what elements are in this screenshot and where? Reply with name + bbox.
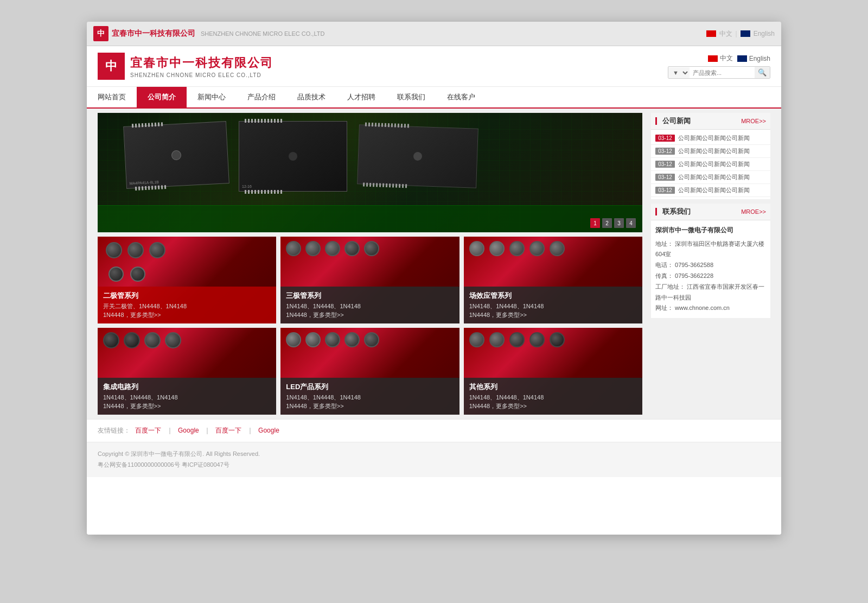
lang-cn-label: 中文: [720, 54, 733, 63]
product-title-diode: 二极管系列: [103, 291, 271, 301]
main-inner: MA4PA41A-8L1B 12-16: [98, 109, 770, 419]
product-overlay-fet: 场效应管系列 1N4148、1N4448、1N41481N4448，更多类型>>: [464, 287, 642, 323]
nav-recruit[interactable]: 人才招聘: [336, 87, 386, 107]
chip-3-pins-bottom: [363, 183, 407, 188]
product-card-other[interactable]: 其他系列 1N4148、1N4448、1N41481N4448，更多类型>>: [464, 328, 642, 415]
nav-contact[interactable]: 联系我们: [386, 87, 436, 107]
product-overlay-led: LED产品系列 1N4148、1N4448、1N41481N4448，更多类型>…: [280, 378, 459, 415]
news-date-2: 03-12: [655, 148, 675, 155]
link-google-1[interactable]: Google: [178, 427, 199, 434]
contact-section-icon: [655, 208, 657, 215]
news-more-link[interactable]: MROE>>: [741, 118, 766, 124]
chip-1-pins-top: [132, 122, 163, 128]
chip-3-circle: [413, 152, 423, 161]
nav-about[interactable]: 公司简介: [137, 87, 187, 107]
browser-bar-lang: 中文 | English: [706, 29, 775, 39]
news-date-4: 03-12: [655, 174, 675, 181]
product-card-ic[interactable]: 集成电路列 1N4148、1N4448、1N41481N4448，更多类型>>: [98, 328, 276, 415]
page-dot-2[interactable]: 2: [602, 218, 612, 228]
product-desc-led: 1N4148、1N4448、1N41481N4448，更多类型>>: [286, 393, 454, 410]
link-separator-2: ｜: [204, 427, 210, 434]
banner-pagination: 1 2 3 4: [590, 218, 636, 228]
browser-lang-en: English: [754, 30, 775, 37]
product-overlay-other: 其他系列 1N4148、1N4448、1N41481N4448，更多类型>>: [464, 378, 642, 415]
news-date-5: 03-12: [655, 187, 675, 194]
news-text-2: 公司新闻公司新闻公司新闻: [678, 147, 750, 155]
news-section-title: 公司新闻: [662, 116, 738, 126]
transistor-components: [286, 241, 429, 256]
link-separator-3: ｜: [247, 427, 253, 434]
lang-en-btn[interactable]: English: [737, 55, 770, 62]
page-dot-4[interactable]: 4: [626, 218, 636, 228]
link-google-2[interactable]: Google: [258, 427, 279, 434]
news-item-2[interactable]: 03-12 公司新闻公司新闻公司新闻: [651, 145, 770, 158]
news-list: 03-12 公司新闻公司新闻公司新闻 03-12 公司新闻公司新闻公司新闻 03…: [651, 130, 770, 199]
friendly-links: 友情链接： 百度一下 ｜ Google ｜ 百度一下 ｜ Google: [87, 419, 781, 442]
components-row2: [108, 266, 145, 282]
contact-tel: 0795-3662588: [675, 262, 713, 268]
chip-3-pins-top: [365, 123, 409, 128]
footer-icp: 粤公网安备11000000000006号 粤ICP证080047号: [98, 460, 770, 471]
search-category-select[interactable]: ▼: [668, 67, 690, 78]
logo-char: 中: [105, 58, 117, 74]
led-components: [286, 332, 438, 347]
chip-3: [357, 124, 478, 188]
news-date-3: 03-12: [655, 161, 675, 168]
nav-news[interactable]: 新闻中心: [187, 87, 237, 107]
product-card-diode[interactable]: 二极管系列 开关二极管、1N4448、1N41481N4448，更多类型>>: [98, 237, 276, 323]
chip-2: 12-16: [239, 121, 347, 192]
lang-en-label: English: [749, 55, 770, 62]
chip-1-pins-bottom: [135, 185, 166, 191]
main-outer: MA4PA41A-8L1B 12-16: [87, 109, 781, 419]
contact-section: 联系我们 MROE>> 深圳市中一微电子有限公司 地址： 深圳市福田区中航路赛诺…: [651, 204, 770, 318]
banner: MA4PA41A-8L1B 12-16: [98, 113, 642, 232]
news-section: 公司新闻 MROE>> 03-12 公司新闻公司新闻公司新闻 03-12 公司新…: [651, 113, 770, 199]
news-item-5[interactable]: 03-12 公司新闻公司新闻公司新闻: [651, 184, 770, 197]
link-baidu-2[interactable]: 百度一下: [215, 427, 241, 434]
site-nav: 网站首页 公司简介 新闻中心 产品介绍 品质技术 人才招聘 联系我们 在线客户: [87, 87, 781, 109]
product-desc-diode: 开关二极管、1N4448、1N41481N4448，更多类型>>: [103, 302, 271, 319]
contact-factory-label: 工厂地址：: [655, 283, 685, 290]
product-overlay-ic: 集成电路列 1N4148、1N4448、1N41481N4448，更多类型>>: [98, 378, 276, 415]
company-name-en: SHENZHEN CHNONE MICRO ELEC CO.,LTD: [130, 72, 273, 78]
header-right: 中文 English ▼ 🔍: [668, 54, 770, 79]
link-baidu-1[interactable]: 百度一下: [135, 427, 161, 434]
contact-fax-row: 传真： 0795-3662228: [655, 271, 766, 282]
lang-cn-btn[interactable]: 中文: [708, 54, 733, 63]
nav-quality[interactable]: 品质技术: [286, 87, 336, 107]
news-section-icon: [655, 117, 657, 125]
product-overlay-transistor: 三极管系列 1N4148、1N4448、1N41481N4448，更多类型>>: [280, 287, 459, 323]
logo-box: 中: [98, 53, 125, 80]
contact-address-label: 地址：: [655, 240, 673, 247]
browser-bar-title: 宜春市中一科技有限公司: [112, 29, 195, 39]
product-desc-transistor: 1N4148、1N4448、1N41481N4448，更多类型>>: [286, 302, 454, 319]
ic-components: [103, 332, 255, 348]
nav-products[interactable]: 产品介绍: [237, 87, 286, 107]
product-card-fet[interactable]: 场效应管系列 1N4148、1N4448、1N41481N4448，更多类型>>: [464, 237, 642, 323]
footer-copyright: Copyright © 深圳市中一微电子有限公司. All Rights Res…: [98, 449, 770, 460]
news-item-4[interactable]: 03-12 公司新闻公司新闻公司新闻: [651, 171, 770, 184]
contact-more-link[interactable]: MROE>>: [741, 208, 766, 215]
page-dot-1[interactable]: 1: [590, 218, 600, 228]
contact-section-title: 联系我们: [662, 207, 738, 217]
chip-1: MA4PA41A-8L1B: [123, 121, 229, 189]
flag-china-icon: [706, 30, 716, 37]
friendly-links-label: 友情链接：: [98, 427, 130, 434]
site-footer: Copyright © 深圳市中一微电子有限公司. All Rights Res…: [87, 442, 781, 477]
news-item-1[interactable]: 03-12 公司新闻公司新闻公司新闻: [651, 132, 770, 145]
contact-tel-label: 电话：: [655, 262, 673, 268]
product-desc-fet: 1N4148、1N4448、1N41481N4448，更多类型>>: [469, 302, 637, 319]
search-bar: ▼ 🔍: [668, 66, 770, 79]
logo-area: 中 宜春市中一科技有限公司 SHENZHEN CHNONE MICRO ELEC…: [98, 53, 273, 80]
product-desc-other: 1N4148、1N4448、1N41481N4448，更多类型>>: [469, 393, 637, 410]
page-dot-3[interactable]: 3: [614, 218, 624, 228]
search-button[interactable]: 🔍: [755, 67, 770, 78]
news-item-3[interactable]: 03-12 公司新闻公司新闻公司新闻: [651, 158, 770, 171]
nav-online[interactable]: 在线客户: [436, 87, 486, 107]
nav-home[interactable]: 网站首页: [87, 87, 137, 107]
search-input[interactable]: [690, 68, 755, 78]
browser-logo-icon: 中: [93, 26, 108, 41]
product-card-transistor[interactable]: 三极管系列 1N4148、1N4448、1N41481N4448，更多类型>>: [280, 237, 459, 323]
chip-2-label: 12-16: [242, 185, 252, 188]
product-card-led[interactable]: LED产品系列 1N4148、1N4448、1N41481N4448，更多类型>…: [280, 328, 459, 415]
